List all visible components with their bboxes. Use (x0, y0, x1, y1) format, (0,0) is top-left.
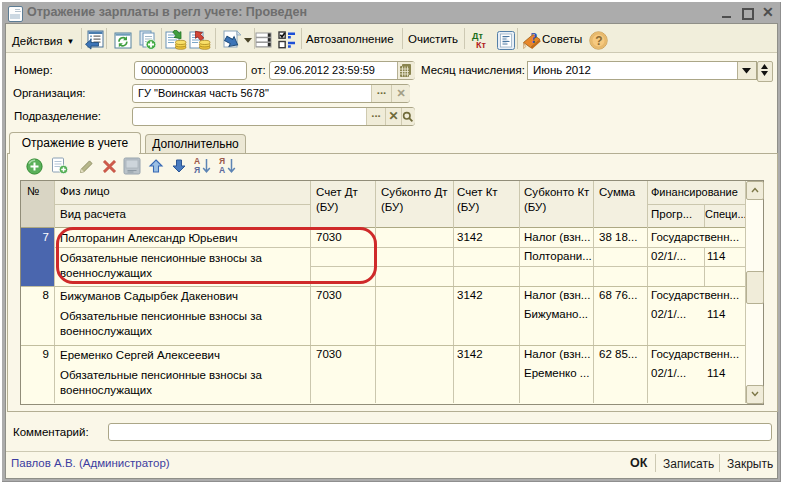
svg-text:?: ? (531, 31, 538, 46)
svg-text:?: ? (595, 34, 602, 48)
